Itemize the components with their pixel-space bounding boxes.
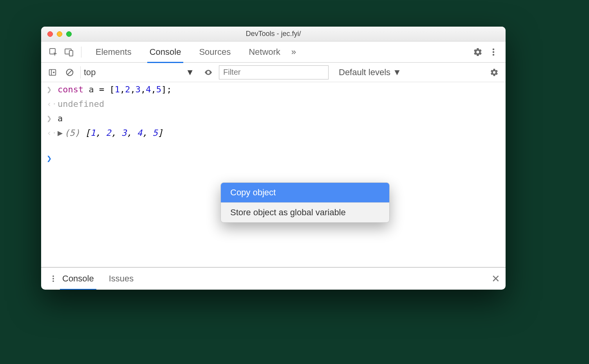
- console-body[interactable]: ❯ const a = [1,2,3,4,5]; ‹· undefined ❯ …: [41, 82, 506, 267]
- input-chevron-icon: ❯: [47, 85, 54, 94]
- drawer-kebab-icon[interactable]: [47, 272, 60, 285]
- drawer: Console Issues ✕: [41, 267, 506, 290]
- drawer-tabs: Console Issues: [61, 268, 134, 290]
- svg-point-10: [52, 278, 54, 279]
- expander-triangle-icon[interactable]: ▶: [58, 128, 63, 138]
- console-output-row: ‹· undefined: [41, 97, 506, 111]
- console-sidebar-toggle-icon[interactable]: [46, 66, 59, 79]
- console-output-value: undefined: [58, 99, 104, 109]
- svg-point-3: [493, 48, 495, 50]
- console-filter-input[interactable]: [219, 65, 329, 79]
- devtools-tabbar: Elements Console Sources Network »: [41, 41, 506, 63]
- drawer-tab-console[interactable]: Console: [61, 268, 95, 290]
- clear-console-icon[interactable]: [63, 66, 76, 79]
- execution-context-selector[interactable]: top ▼: [80, 66, 198, 79]
- kebab-menu-icon[interactable]: [487, 45, 500, 59]
- console-input-row: ❯ a: [41, 111, 506, 126]
- console-input-row: ❯ const a = [1,2,3,4,5];: [41, 82, 506, 97]
- console-output-row[interactable]: ‹· ▶(5) [1, 2, 3, 4, 5]: [41, 126, 506, 140]
- device-toolbar-icon[interactable]: [62, 45, 76, 59]
- console-code: const a = [1,2,3,4,5];: [58, 85, 172, 94]
- context-label: top: [84, 67, 96, 77]
- svg-line-8: [68, 70, 72, 74]
- panel-tabs: Elements Console Sources Network: [95, 41, 281, 63]
- console-toolbar: top ▼ Default levels ▼: [41, 63, 506, 82]
- tab-elements[interactable]: Elements: [95, 41, 132, 63]
- console-code: a: [58, 114, 63, 123]
- settings-gear-icon[interactable]: [471, 45, 484, 59]
- output-chevron-icon: ‹·: [47, 99, 54, 109]
- devtools-window: DevTools - jec.fyi/ Elements Console Sou…: [41, 27, 506, 290]
- prompt-chevron-icon: ❯: [47, 153, 54, 163]
- svg-rect-2: [69, 50, 73, 56]
- console-settings-gear-icon[interactable]: [488, 66, 501, 79]
- console-prompt-row[interactable]: ❯: [41, 151, 506, 166]
- context-menu-copy-object[interactable]: Copy object: [221, 183, 389, 202]
- svg-point-4: [493, 51, 495, 53]
- levels-label: Default levels: [339, 67, 390, 77]
- tab-sources[interactable]: Sources: [198, 41, 231, 63]
- svg-point-11: [52, 280, 54, 282]
- inspect-element-icon[interactable]: [47, 45, 60, 59]
- window-titlebar: DevTools - jec.fyi/: [41, 27, 506, 41]
- output-chevron-icon: ‹·: [47, 128, 54, 138]
- context-menu-store-global[interactable]: Store object as global variable: [221, 203, 389, 222]
- dropdown-triangle-icon: ▼: [186, 67, 194, 77]
- close-drawer-icon[interactable]: ✕: [491, 273, 500, 285]
- console-output-value[interactable]: ▶(5) [1, 2, 3, 4, 5]: [58, 128, 163, 138]
- divider: [81, 47, 81, 58]
- input-chevron-icon: ❯: [47, 114, 54, 123]
- more-tabs-icon[interactable]: »: [291, 47, 296, 57]
- svg-point-5: [493, 54, 495, 56]
- drawer-tab-issues[interactable]: Issues: [108, 268, 135, 290]
- log-levels-selector[interactable]: Default levels ▼: [339, 67, 401, 77]
- dropdown-triangle-icon: ▼: [393, 67, 401, 77]
- svg-point-9: [52, 276, 54, 277]
- window-title: DevTools - jec.fyi/: [41, 30, 506, 38]
- tab-network[interactable]: Network: [248, 41, 281, 63]
- tab-console[interactable]: Console: [149, 41, 182, 63]
- context-menu: Copy object Store object as global varia…: [220, 182, 390, 223]
- live-expression-eye-icon[interactable]: [202, 66, 215, 79]
